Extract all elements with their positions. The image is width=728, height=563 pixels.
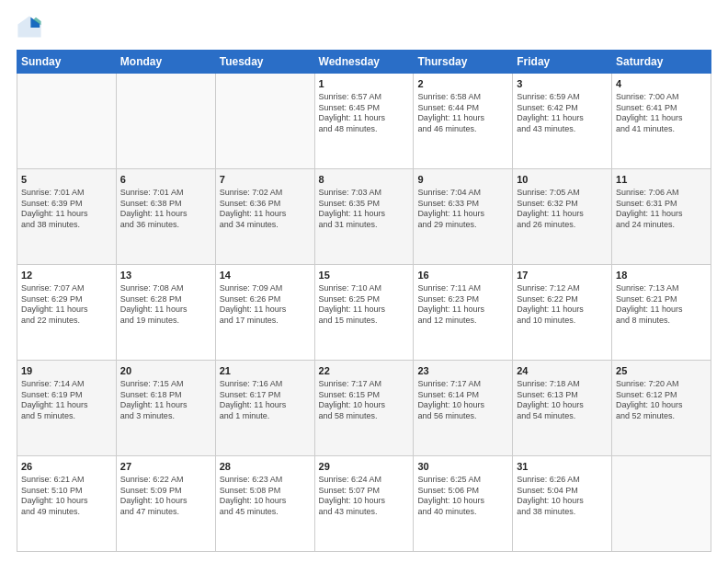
calendar-table: SundayMondayTuesdayWednesdayThursdayFrid…	[17, 50, 711, 552]
day-number: 10	[517, 173, 608, 187]
day-header-sunday: Sunday	[17, 51, 117, 74]
calendar-cell: 18Sunrise: 7:13 AM Sunset: 6:21 PM Dayli…	[612, 265, 711, 361]
day-info: Sunrise: 7:05 AM Sunset: 6:32 PM Dayligh…	[517, 188, 608, 231]
calendar-cell: 11Sunrise: 7:06 AM Sunset: 6:31 PM Dayli…	[612, 169, 711, 265]
day-info: Sunrise: 7:03 AM Sunset: 6:35 PM Dayligh…	[319, 188, 410, 231]
day-info: Sunrise: 6:59 AM Sunset: 6:42 PM Dayligh…	[517, 92, 608, 135]
calendar-cell: 3Sunrise: 6:59 AM Sunset: 6:42 PM Daylig…	[513, 74, 612, 169]
calendar-cell: 25Sunrise: 7:20 AM Sunset: 6:12 PM Dayli…	[612, 361, 711, 456]
logo	[17, 15, 44, 40]
day-number: 26	[21, 460, 112, 474]
calendar-cell: 5Sunrise: 7:01 AM Sunset: 6:39 PM Daylig…	[17, 169, 117, 265]
day-number: 29	[319, 460, 410, 474]
day-info: Sunrise: 7:17 AM Sunset: 6:15 PM Dayligh…	[319, 379, 410, 422]
day-header-thursday: Thursday	[414, 51, 513, 74]
day-info: Sunrise: 7:17 AM Sunset: 6:14 PM Dayligh…	[417, 379, 508, 422]
day-info: Sunrise: 7:16 AM Sunset: 6:17 PM Dayligh…	[220, 379, 311, 422]
page: SundayMondayTuesdayWednesdayThursdayFrid…	[0, 0, 728, 563]
day-info: Sunrise: 6:26 AM Sunset: 5:04 PM Dayligh…	[517, 475, 608, 518]
day-number: 17	[517, 269, 608, 282]
day-info: Sunrise: 7:04 AM Sunset: 6:33 PM Dayligh…	[417, 188, 508, 231]
day-number: 18	[616, 269, 707, 282]
calendar-cell: 19Sunrise: 7:14 AM Sunset: 6:19 PM Dayli…	[17, 361, 117, 456]
day-number: 30	[417, 460, 508, 474]
day-header-wednesday: Wednesday	[314, 51, 414, 74]
day-number: 5	[21, 173, 112, 187]
day-number: 3	[517, 77, 608, 91]
calendar-cell: 4Sunrise: 7:00 AM Sunset: 6:41 PM Daylig…	[612, 74, 711, 169]
calendar-cell: 30Sunrise: 6:25 AM Sunset: 5:06 PM Dayli…	[414, 456, 513, 552]
day-info: Sunrise: 7:02 AM Sunset: 6:36 PM Dayligh…	[220, 188, 311, 231]
day-number: 15	[319, 269, 410, 282]
day-info: Sunrise: 7:10 AM Sunset: 6:25 PM Dayligh…	[319, 283, 410, 327]
header	[17, 15, 711, 40]
day-info: Sunrise: 7:18 AM Sunset: 6:13 PM Dayligh…	[517, 379, 608, 422]
calendar-cell: 12Sunrise: 7:07 AM Sunset: 6:29 PM Dayli…	[17, 265, 117, 361]
day-number: 8	[319, 173, 410, 187]
day-info: Sunrise: 7:08 AM Sunset: 6:28 PM Dayligh…	[120, 283, 211, 327]
day-number: 14	[220, 269, 311, 282]
calendar-cell: 13Sunrise: 7:08 AM Sunset: 6:28 PM Dayli…	[116, 265, 215, 361]
calendar-cell: 1Sunrise: 6:57 AM Sunset: 6:45 PM Daylig…	[314, 74, 414, 169]
day-header-friday: Friday	[513, 51, 612, 74]
calendar-cell	[116, 74, 215, 169]
day-info: Sunrise: 6:57 AM Sunset: 6:45 PM Dayligh…	[319, 92, 410, 135]
day-info: Sunrise: 7:12 AM Sunset: 6:22 PM Dayligh…	[517, 283, 608, 327]
day-number: 22	[319, 364, 410, 378]
day-info: Sunrise: 7:14 AM Sunset: 6:19 PM Dayligh…	[21, 379, 112, 422]
calendar-cell: 15Sunrise: 7:10 AM Sunset: 6:25 PM Dayli…	[314, 265, 414, 361]
day-number: 11	[616, 173, 707, 187]
calendar-cell: 24Sunrise: 7:18 AM Sunset: 6:13 PM Dayli…	[513, 361, 612, 456]
day-info: Sunrise: 6:23 AM Sunset: 5:08 PM Dayligh…	[220, 475, 311, 518]
day-number: 28	[220, 460, 311, 474]
day-number: 9	[417, 173, 508, 187]
calendar-cell: 21Sunrise: 7:16 AM Sunset: 6:17 PM Dayli…	[215, 361, 314, 456]
calendar-cell: 16Sunrise: 7:11 AM Sunset: 6:23 PM Dayli…	[414, 265, 513, 361]
day-number: 23	[417, 364, 508, 378]
day-info: Sunrise: 6:58 AM Sunset: 6:44 PM Dayligh…	[417, 92, 508, 135]
calendar-cell: 14Sunrise: 7:09 AM Sunset: 6:26 PM Dayli…	[215, 265, 314, 361]
day-number: 16	[417, 269, 508, 282]
calendar-cell: 22Sunrise: 7:17 AM Sunset: 6:15 PM Dayli…	[314, 361, 414, 456]
calendar-cell	[215, 74, 314, 169]
day-number: 6	[120, 173, 211, 187]
calendar-cell	[612, 456, 711, 552]
calendar-cell: 10Sunrise: 7:05 AM Sunset: 6:32 PM Dayli…	[513, 169, 612, 265]
day-info: Sunrise: 7:07 AM Sunset: 6:29 PM Dayligh…	[21, 283, 112, 327]
calendar-cell: 6Sunrise: 7:01 AM Sunset: 6:38 PM Daylig…	[116, 169, 215, 265]
day-info: Sunrise: 6:24 AM Sunset: 5:07 PM Dayligh…	[319, 475, 410, 518]
calendar-cell: 17Sunrise: 7:12 AM Sunset: 6:22 PM Dayli…	[513, 265, 612, 361]
day-info: Sunrise: 7:09 AM Sunset: 6:26 PM Dayligh…	[220, 283, 311, 327]
day-header-tuesday: Tuesday	[215, 51, 314, 74]
calendar-cell: 29Sunrise: 6:24 AM Sunset: 5:07 PM Dayli…	[314, 456, 414, 552]
calendar-cell: 27Sunrise: 6:22 AM Sunset: 5:09 PM Dayli…	[116, 456, 215, 552]
calendar-cell: 8Sunrise: 7:03 AM Sunset: 6:35 PM Daylig…	[314, 169, 414, 265]
day-header-monday: Monday	[116, 51, 215, 74]
day-number: 12	[21, 269, 112, 282]
calendar-cell: 26Sunrise: 6:21 AM Sunset: 5:10 PM Dayli…	[17, 456, 117, 552]
day-number: 1	[319, 77, 410, 91]
day-header-saturday: Saturday	[612, 51, 711, 74]
day-info: Sunrise: 7:13 AM Sunset: 6:21 PM Dayligh…	[616, 283, 707, 327]
day-number: 20	[120, 364, 211, 378]
day-number: 24	[517, 364, 608, 378]
day-info: Sunrise: 7:01 AM Sunset: 6:39 PM Dayligh…	[21, 188, 112, 231]
day-number: 21	[220, 364, 311, 378]
calendar-cell: 20Sunrise: 7:15 AM Sunset: 6:18 PM Dayli…	[116, 361, 215, 456]
day-info: Sunrise: 6:22 AM Sunset: 5:09 PM Dayligh…	[120, 475, 211, 518]
day-info: Sunrise: 6:21 AM Sunset: 5:10 PM Dayligh…	[21, 475, 112, 518]
day-info: Sunrise: 7:06 AM Sunset: 6:31 PM Dayligh…	[616, 188, 707, 231]
calendar-cell: 23Sunrise: 7:17 AM Sunset: 6:14 PM Dayli…	[414, 361, 513, 456]
day-number: 13	[120, 269, 211, 282]
day-info: Sunrise: 7:11 AM Sunset: 6:23 PM Dayligh…	[417, 283, 508, 327]
day-info: Sunrise: 7:00 AM Sunset: 6:41 PM Dayligh…	[616, 92, 707, 135]
logo-icon	[17, 15, 42, 40]
calendar-cell	[17, 74, 117, 169]
calendar-cell: 31Sunrise: 6:26 AM Sunset: 5:04 PM Dayli…	[513, 456, 612, 552]
day-info: Sunrise: 7:15 AM Sunset: 6:18 PM Dayligh…	[120, 379, 211, 422]
calendar-cell: 2Sunrise: 6:58 AM Sunset: 6:44 PM Daylig…	[414, 74, 513, 169]
day-info: Sunrise: 6:25 AM Sunset: 5:06 PM Dayligh…	[417, 475, 508, 518]
day-info: Sunrise: 7:20 AM Sunset: 6:12 PM Dayligh…	[616, 379, 707, 422]
day-number: 27	[120, 460, 211, 474]
day-number: 4	[616, 77, 707, 91]
